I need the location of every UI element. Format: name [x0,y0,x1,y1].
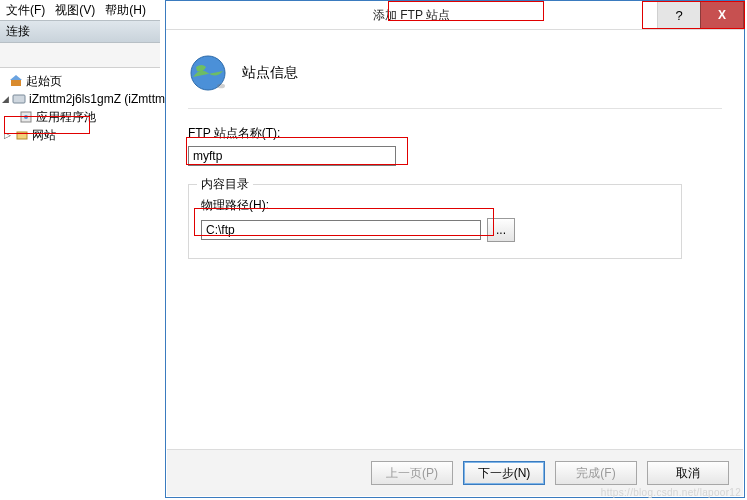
dialog-body: 站点信息 FTP 站点名称(T): 内容目录 物理路径(H): ... [166,30,744,271]
menu-view[interactable]: 视图(V) [55,2,95,19]
tree-label: iZmttm2j6ls1gmZ (iZmttm2 [29,92,172,106]
svg-point-8 [217,84,225,89]
site-name-label: FTP 站点名称(T): [188,125,722,142]
svg-rect-5 [17,132,27,139]
svg-rect-2 [13,95,25,103]
connections-pane: 连接 起始页 ◢ iZmttm2j6ls1gmZ (iZmttm2 应用程序池 … [0,20,160,500]
twisty-collapsed-icon[interactable]: ◢ [2,94,9,104]
tree-label: 起始页 [26,73,62,90]
titlebar: 添加 FTP 站点 ? X [166,1,744,30]
tree-app-pool[interactable]: 应用程序池 [2,108,158,126]
dialog-footer: 上一页(P) 下一步(N) 完成(F) 取消 [167,449,743,496]
menu-file[interactable]: 文件(F) [6,2,45,19]
section-title: 站点信息 [242,64,298,82]
connections-header: 连接 [0,20,160,43]
physical-path-label: 物理路径(H): [201,197,669,214]
site-name-input[interactable] [188,146,396,166]
connections-toolbar[interactable] [0,43,160,68]
server-icon [12,92,26,106]
next-button[interactable]: 下一步(N) [463,461,545,485]
twisty-expand-icon[interactable]: ▷ [2,130,12,140]
finish-button: 完成(F) [555,461,637,485]
previous-button: 上一页(P) [371,461,453,485]
app-pool-icon [19,110,33,124]
globe-icon [188,53,228,93]
physical-path-input[interactable] [201,220,481,240]
cancel-button[interactable]: 取消 [647,461,729,485]
connections-tree: 起始页 ◢ iZmttm2j6ls1gmZ (iZmttm2 应用程序池 ▷ 网… [0,68,160,148]
home-icon [9,74,23,88]
dialog-title: 添加 FTP 站点 [166,1,657,29]
svg-point-4 [24,115,28,119]
tree-label: 应用程序池 [36,109,96,126]
add-ftp-site-dialog: 添加 FTP 站点 ? X 站点信息 FTP 站点名称(T): 内容目录 [165,0,745,498]
menu-help[interactable]: 帮助(H) [105,2,146,19]
content-directory-group: 内容目录 物理路径(H): ... [188,184,682,259]
divider [188,108,722,109]
menubar: 文件(F) 视图(V) 帮助(H) [0,0,166,20]
sites-icon [15,128,29,142]
tree-start-page[interactable]: 起始页 [2,72,158,90]
tree-sites[interactable]: ▷ 网站 [2,126,158,144]
svg-marker-1 [10,75,22,80]
tree-label: 网站 [32,127,56,144]
content-directory-legend: 内容目录 [197,176,253,193]
browse-button[interactable]: ... [487,218,515,242]
svg-rect-0 [11,80,21,86]
close-button[interactable]: X [700,1,744,29]
help-button[interactable]: ? [657,1,700,29]
tree-server-node[interactable]: ◢ iZmttm2j6ls1gmZ (iZmttm2 [2,90,158,108]
